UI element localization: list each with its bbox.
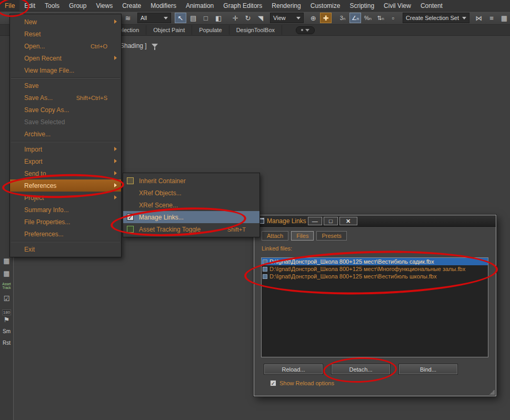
menu-separator [11,241,120,242]
menu-item-asset-tracking-toggle[interactable]: Asset Tracking Toggle Shift+T [123,223,259,235]
menu-item-exit[interactable]: Exit [10,243,121,255]
detach-button[interactable]: Detach... [331,364,391,375]
close-button[interactable]: ✕ [339,217,357,225]
menu-item-open-recent[interactable]: Open Recent [10,52,121,64]
select-object-icon[interactable]: ↖ [175,13,186,23]
bind-button[interactable]: Bind... [398,364,458,375]
tab-files[interactable]: Files [291,231,314,241]
angle-snap-icon[interactable]: ∠ₙ [349,13,361,23]
menu-customize[interactable]: Customize [306,0,345,11]
chevron-down-icon [296,17,301,19]
filter-funnel-icon[interactable] [152,44,158,50]
select-and-move-icon[interactable]: ✛ [229,13,241,23]
align-icon[interactable]: ≡ [486,13,497,23]
checkbox-macro-icon[interactable]: ☑ [0,295,13,303]
select-by-name-icon[interactable]: ▤ [187,13,199,23]
macro-sm[interactable]: Sm [0,328,13,334]
menu-tools[interactable]: Tools [40,0,64,11]
menu-item-import[interactable]: Import [10,143,121,155]
reload-button[interactable]: Reload... [264,364,323,375]
menu-item-references[interactable]: References [10,179,121,192]
menu-item-xref-objects[interactable]: XRef Objects... [123,187,259,199]
menu-group[interactable]: Group [64,0,91,11]
menu-item-save-copy-as[interactable]: Save Copy As... [10,104,121,116]
container-icon [127,177,134,184]
list-item-file[interactable]: D:\Ignat\Донстрой_Школа 800+125 мест\Мно… [262,265,488,273]
ribbon-tab-designtoolbox[interactable]: DesignToolBox [229,25,282,35]
menu-item-preferences[interactable]: Preferences... [10,228,121,240]
dialog-tabs: Attach Files Presets [254,227,496,241]
spinner-snap-icon[interactable]: ⇅ₙ [375,13,386,23]
flag-macro-icon[interactable]: ⚑ [0,316,13,324]
list-item-file[interactable]: D:\Ignat\Донстрой_Школа 800+125 мест\Вес… [262,273,488,280]
linked-files-list[interactable]: D:\Ignat\Донстрой_Школа 800+125 мест\Вес… [261,257,488,357]
menu-item-xref-scene[interactable]: XRef Scene... [123,199,259,211]
funnel-stem [154,47,155,50]
pattern-macro-icon[interactable]: ▦ [0,257,13,265]
references-submenu: Inherit Container XRef Objects... XRef S… [123,173,260,237]
viewport-shading-label[interactable]: Shading ] [120,42,147,49]
menu-item-summary-info[interactable]: Summary Info... [10,204,121,216]
menu-file[interactable]: File [0,0,19,11]
menu-modifiers[interactable]: Modifiers [146,0,181,11]
selection-filter-combo[interactable]: All [137,13,171,23]
menu-item-new[interactable]: New [10,16,121,28]
menu-item-inherit-container[interactable]: Inherit Container [123,175,259,187]
resize-grip[interactable] [489,389,495,395]
menu-rendering[interactable]: Rendering [267,0,305,11]
menu-item-send-to[interactable]: Send to [10,167,121,179]
menu-content[interactable]: Content [416,0,447,11]
chevron-down-icon [305,29,309,32]
snap-toggle-icon[interactable]: 3ₙ [337,13,348,23]
menu-item-save[interactable]: Save [10,79,121,92]
mirror-icon[interactable]: ⋈ [473,13,485,23]
menu-item-manage-links[interactable]: ✓ Manage Links... [123,211,259,223]
list-item-file[interactable]: D:\Ignat\Донстрой_Школа 800+125 мест\Вес… [262,258,488,265]
menu-item-reset[interactable]: Reset [10,28,121,40]
menu-item-save-selected: Save Selected [10,116,121,128]
menu-graph-editors[interactable]: Graph Editors [218,0,267,11]
create-selection-set-combo[interactable]: Create Selection Set [403,13,469,23]
named-selection-sets-icon[interactable]: ▫ [387,13,399,23]
submenu-arrow-icon [114,147,117,151]
menu-item-view-image-file[interactable]: View Image File... [10,64,121,76]
minimize-button[interactable]: — [308,217,322,225]
menu-item-export[interactable]: Export [10,155,121,167]
tab-presets[interactable]: Presets [316,231,346,241]
menu-item-save-as[interactable]: Save As... Shift+Ctrl+S [10,92,121,104]
menu-separator [11,77,120,78]
region-select-icon[interactable]: □ [200,13,212,23]
percent-snap-icon[interactable]: %ₙ [362,13,374,23]
show-reload-options-checkbox[interactable]: ✓ [270,380,276,386]
menu-item-open[interactable]: Open... Ctrl+O [10,40,121,52]
menu-views[interactable]: Views [91,0,117,11]
dialog-titlebar[interactable]: Manage Links — □ ✕ [254,215,496,227]
menu-item-file-properties[interactable]: File Properties... [10,216,121,228]
select-and-scale-icon[interactable]: ◥ [255,13,266,23]
select-and-rotate-icon[interactable]: ↻ [242,13,254,23]
maximize-button[interactable]: □ [324,217,338,225]
menubar: File Edit Tools Group Views Create Modif… [0,0,510,12]
layer-manager-icon[interactable]: ▦ [498,13,510,23]
ribbon-tab-object-paint[interactable]: Object Paint [146,25,192,35]
macro-rst[interactable]: Rst [0,340,13,346]
pattern-macro-icon[interactable]: ▦ [0,269,13,277]
ribbon-tab-populate[interactable]: Populate [192,25,229,35]
macro-180[interactable]: 180 [0,306,13,316]
menu-edit[interactable]: Edit [19,0,40,11]
use-center-icon[interactable]: ⊕ [307,13,319,23]
asset-track-macro[interactable]: Asset Track [0,282,13,289]
select-and-manipulate-icon[interactable]: ✚ [320,13,332,23]
menu-item-archive[interactable]: Archive... [10,128,121,140]
scene-layers-icon[interactable]: ≋ [122,13,134,23]
tab-attach[interactable]: Attach [262,231,288,241]
window-crossing-icon[interactable]: ◧ [213,13,224,23]
menu-item-project[interactable]: Project [10,192,121,204]
submenu-arrow-icon [114,171,117,175]
ribbon-config-dropdown[interactable] [296,26,315,34]
coordinate-system-combo[interactable]: View [270,13,304,23]
menu-scripting[interactable]: Scripting [345,0,379,11]
menu-create[interactable]: Create [117,0,146,11]
menu-animation[interactable]: Animation [181,0,218,11]
menu-civil-view[interactable]: Civil View [379,0,416,11]
